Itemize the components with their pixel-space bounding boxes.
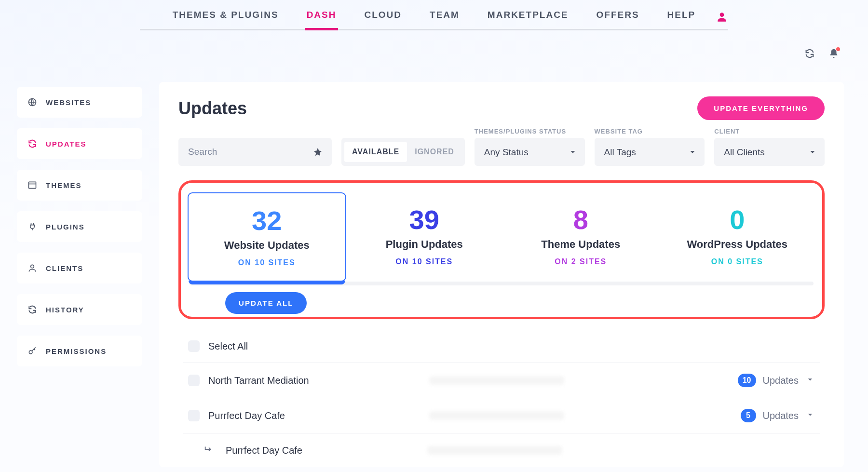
sidebar-item-label: PLUGINS — [46, 223, 85, 231]
key-icon — [27, 346, 37, 356]
favorite-filter-button[interactable] — [304, 138, 332, 166]
site-name: Purrfect Day Cafe — [208, 410, 420, 421]
sidebar-item-themes[interactable]: THEMES — [17, 170, 142, 201]
sidebar: WEBSITES UPDATES THEMES PLUGINS CLIENTS … — [17, 87, 142, 366]
nav-team[interactable]: TEAM — [430, 10, 460, 20]
svg-point-4 — [29, 351, 32, 354]
svg-rect-2 — [29, 182, 36, 188]
history-icon — [27, 305, 37, 314]
person-icon — [27, 263, 37, 273]
nav-marketplace[interactable]: MARKETPLACE — [488, 10, 569, 20]
site-name: North Tarrant Mediation — [208, 375, 420, 386]
seg-available[interactable]: AVAILABLE — [344, 142, 407, 162]
page-title: Updates — [178, 98, 247, 119]
globe-icon — [27, 97, 37, 107]
chevron-down-icon[interactable] — [805, 410, 815, 421]
stat-plugin-updates[interactable]: 39 Plugin Updates ON 10 SITES — [346, 192, 503, 282]
nav-dash[interactable]: DASH — [307, 10, 337, 20]
updates-label: Updates — [763, 375, 799, 386]
top-icons — [804, 48, 839, 61]
client-filter-label: CLIENT — [714, 128, 825, 135]
sidebar-item-label: CLIENTS — [46, 264, 83, 272]
site-url-redacted — [427, 446, 562, 455]
row-checkbox[interactable] — [188, 375, 200, 386]
select-all-checkbox[interactable] — [188, 340, 200, 352]
sidebar-item-history[interactable]: HISTORY — [17, 294, 142, 325]
sidebar-item-clients[interactable]: CLIENTS — [17, 253, 142, 283]
nav-cloud[interactable]: CLOUD — [364, 10, 402, 20]
sidebar-item-label: PERMISSIONS — [46, 347, 107, 355]
site-url-redacted — [429, 411, 564, 420]
svg-point-3 — [31, 265, 34, 268]
table-row[interactable]: North Tarrant Mediation 10 Updates — [183, 363, 820, 398]
chevron-down-icon[interactable] — [805, 375, 815, 386]
table-subrow[interactable]: Purrfect Day Cafe — [183, 433, 820, 467]
nav-offers[interactable]: OFFERS — [597, 10, 639, 20]
sidebar-item-label: THEMES — [46, 181, 82, 189]
table-row[interactable]: Purrfect Day Cafe 5 Updates — [183, 398, 820, 433]
nav-themes-plugins[interactable]: THEMES & PLUGINS — [173, 10, 279, 20]
update-everything-button[interactable]: UPDATE EVERYTHING — [697, 96, 825, 120]
stats-highlight-box: 32 Website Updates ON 10 SITES 39 Plugin… — [178, 180, 825, 319]
updates-list: Select All North Tarrant Mediation 10 Up… — [178, 330, 825, 467]
svg-point-0 — [720, 13, 724, 17]
subsite-name: Purrfect Day Cafe — [226, 445, 419, 456]
availability-segment: AVAILABLE IGNORED — [341, 138, 465, 166]
select-all-row: Select All — [183, 330, 820, 363]
row-checkbox[interactable] — [188, 410, 200, 421]
stat-website-updates[interactable]: 32 Website Updates ON 10 SITES — [188, 192, 346, 282]
filters-row: AVAILABLE IGNORED THEMES/PLUGINS STATUS … — [178, 128, 825, 166]
sidebar-item-permissions[interactable]: PERMISSIONS — [17, 336, 142, 366]
client-select[interactable]: All Clients — [714, 138, 825, 166]
updates-count-badge: 5 — [741, 409, 756, 422]
refresh-icon[interactable] — [804, 48, 815, 61]
tag-select[interactable]: All Tags — [595, 138, 705, 166]
status-filter-label: THEMES/PLUGINS STATUS — [475, 128, 585, 135]
sidebar-item-label: HISTORY — [46, 306, 84, 314]
updates-label: Updates — [763, 410, 799, 421]
main-panel: Updates UPDATE EVERYTHING AVAILABLE IGNO… — [159, 82, 844, 467]
stat-wordpress-updates[interactable]: 0 WordPress Updates ON 0 SITES — [659, 192, 816, 282]
layout-icon — [27, 180, 37, 190]
status-select[interactable]: Any Status — [475, 138, 585, 166]
sidebar-item-plugins[interactable]: PLUGINS — [17, 211, 142, 242]
nav-help[interactable]: HELP — [667, 10, 696, 20]
update-all-button[interactable]: UPDATE ALL — [225, 292, 307, 314]
refresh-icon — [27, 139, 37, 148]
plug-icon — [27, 222, 37, 231]
seg-ignored[interactable]: IGNORED — [407, 142, 462, 162]
tag-filter-label: WEBSITE TAG — [595, 128, 705, 135]
select-all-label: Select All — [208, 341, 420, 352]
sidebar-item-label: WEBSITES — [46, 98, 91, 107]
sidebar-item-label: UPDATES — [46, 140, 87, 148]
search-input[interactable] — [178, 138, 304, 166]
sidebar-item-websites[interactable]: WEBSITES — [17, 87, 142, 118]
notifications-icon[interactable] — [828, 48, 839, 61]
site-url-redacted — [429, 376, 564, 385]
updates-count-badge: 10 — [738, 374, 756, 387]
notification-dot — [836, 47, 840, 51]
top-nav: THEMES & PLUGINS DASH CLOUD TEAM MARKETP… — [140, 10, 728, 30]
stat-theme-updates[interactable]: 8 Theme Updates ON 2 SITES — [502, 192, 659, 282]
user-icon[interactable] — [716, 11, 728, 25]
subrow-arrow-icon — [203, 444, 214, 457]
sidebar-item-updates[interactable]: UPDATES — [17, 128, 142, 159]
